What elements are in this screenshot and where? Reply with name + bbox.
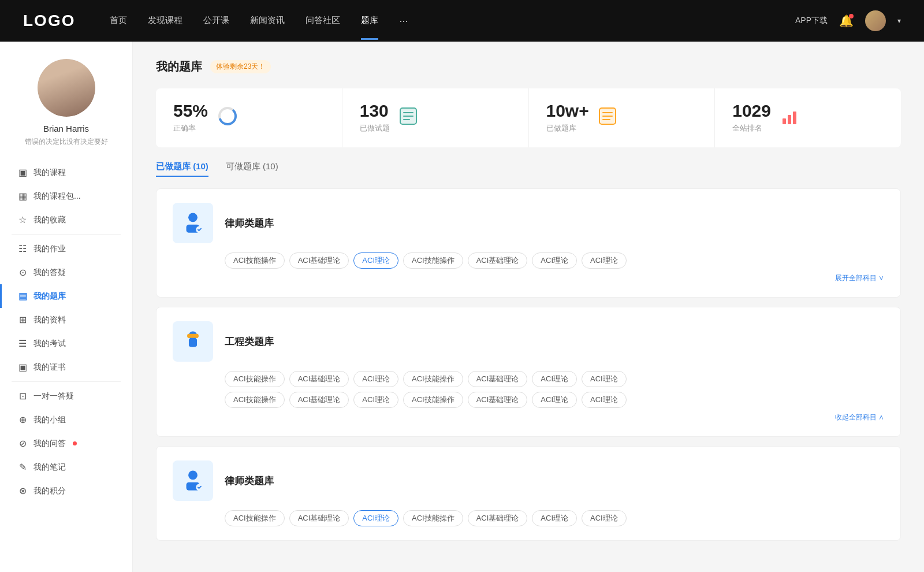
nav-home[interactable]: 首页 (110, 15, 127, 27)
main-content: 我的题库 体验剩余23天！ 55% 正确率 130 (133, 42, 924, 572)
qbank-title-lawyer-1: 律师类题库 (225, 217, 274, 230)
tab-available[interactable]: 可做题库 (10) (226, 161, 278, 177)
sidebar-avatar (38, 59, 95, 117)
eng-tag-r1-1[interactable]: ACI基础理论 (289, 371, 349, 387)
sidebar-item-my-group[interactable]: ⊕ 我的小组 (0, 408, 132, 432)
tag-5[interactable]: ACI理论 (532, 252, 577, 269)
eng-tag-r2-0[interactable]: ACI技能操作 (225, 392, 285, 408)
accuracy-icon (217, 106, 238, 131)
notification-bell[interactable]: 🔔 (839, 14, 854, 28)
svg-rect-21 (195, 334, 198, 338)
nav-qa[interactable]: 问答社区 (305, 15, 340, 27)
stats-row: 55% 正确率 130 已做试题 (156, 88, 901, 147)
accuracy-label: 正确率 (173, 123, 208, 133)
my-courses-icon: ▣ (17, 167, 28, 178)
nav-discover[interactable]: 发现课程 (148, 15, 182, 27)
sidebar-item-my-answers[interactable]: ⊘ 我的问答 (0, 432, 132, 455)
stat-ranking: 1029 全站排名 (715, 88, 901, 147)
my-points-icon: ⊗ (17, 485, 28, 496)
page-title-row: 我的题库 体验剩余23天！ (156, 59, 901, 75)
questions-done-label: 已做试题 (360, 123, 390, 133)
sidebar-username: Brian Harris (43, 124, 89, 133)
divider-2 (12, 381, 121, 382)
sidebar-item-my-packages[interactable]: ▦ 我的课程包... (0, 184, 132, 208)
l2-tag-5[interactable]: ACI理论 (532, 510, 577, 526)
app-download-button[interactable]: APP下载 (795, 16, 828, 26)
tag-2[interactable]: ACI理论 (353, 252, 398, 269)
svg-rect-13 (788, 115, 791, 124)
sidebar-item-my-favorites[interactable]: ☆ 我的收藏 (0, 208, 132, 232)
sidebar-item-my-exam[interactable]: ☰ 我的考试 (0, 332, 132, 355)
divider-1 (12, 234, 121, 235)
questions-done-icon (399, 107, 418, 129)
eng-tag-r2-4[interactable]: ACI基础理论 (468, 392, 528, 408)
nav-news[interactable]: 新闻资讯 (250, 15, 285, 27)
qbank-icon-lawyer-2 (173, 460, 213, 501)
eng-tag-r1-4[interactable]: ACI基础理论 (468, 371, 528, 387)
stat-banks-done: 10w+ 已做题库 (529, 88, 716, 147)
sidebar-item-my-qa[interactable]: ⊙ 我的答疑 (0, 261, 132, 284)
sidebar-item-my-notes[interactable]: ✎ 我的笔记 (0, 455, 132, 479)
eng-tag-r2-3[interactable]: ACI技能操作 (403, 392, 463, 408)
sidebar-item-my-certificate[interactable]: ▣ 我的证书 (0, 355, 132, 379)
nav-question-bank[interactable]: 题库 (361, 15, 378, 27)
eng-tag-r1-0[interactable]: ACI技能操作 (225, 371, 285, 387)
l2-tag-4[interactable]: ACI基础理论 (468, 510, 528, 526)
answers-notification-dot (73, 441, 77, 445)
l2-tag-2[interactable]: ACI理论 (353, 510, 398, 526)
sidebar-item-one-on-one[interactable]: ⊡ 一对一答疑 (0, 384, 132, 408)
collapse-engineer[interactable]: 收起全部科目 ∧ (173, 413, 884, 422)
page-body: Brian Harris 错误的决定比没有决定要好 ▣ 我的课程 ▦ 我的课程包… (0, 42, 924, 572)
qbank-tags-lawyer-2: ACI技能操作 ACI基础理论 ACI理论 ACI技能操作 ACI基础理论 AC… (173, 510, 884, 526)
tab-done[interactable]: 已做题库 (10) (156, 161, 208, 177)
l2-tag-3[interactable]: ACI技能操作 (403, 510, 463, 526)
my-exam-icon: ☰ (17, 338, 28, 349)
l2-tag-1[interactable]: ACI基础理论 (289, 510, 349, 526)
eng-tag-r2-5[interactable]: ACI理论 (532, 392, 577, 408)
eng-tag-r1-6[interactable]: ACI理论 (582, 371, 627, 387)
tag-6[interactable]: ACI理论 (582, 252, 627, 269)
sidebar-motto: 错误的决定比没有决定要好 (16, 137, 117, 147)
my-answers-icon: ⊘ (17, 438, 28, 449)
nav-right: APP下载 🔔 ▾ (795, 10, 901, 31)
l2-tag-0[interactable]: ACI技能操作 (225, 510, 285, 526)
sidebar-item-my-material[interactable]: ⊞ 我的资料 (0, 308, 132, 332)
navbar: LOGO 首页 发现课程 公开课 新闻资讯 问答社区 题库 ··· APP下载 … (0, 0, 924, 42)
my-notes-icon: ✎ (17, 462, 28, 473)
sidebar-item-my-courses[interactable]: ▣ 我的课程 (0, 161, 132, 184)
avatar[interactable] (865, 10, 886, 31)
stat-accuracy: 55% 正确率 (156, 88, 342, 147)
banks-done-label: 已做题库 (546, 123, 589, 133)
nav-more[interactable]: ··· (399, 15, 408, 27)
tag-0[interactable]: ACI技能操作 (225, 252, 285, 269)
sidebar-item-my-questions[interactable]: ▤ 我的题库 (0, 284, 132, 308)
eng-tag-r1-2[interactable]: ACI理论 (353, 371, 398, 387)
qbank-card-engineer: 工程类题库 ACI技能操作 ACI基础理论 ACI理论 ACI技能操作 ACI基… (156, 307, 901, 437)
eng-tag-r1-5[interactable]: ACI理论 (532, 371, 577, 387)
l2-tag-6[interactable]: ACI理论 (582, 510, 627, 526)
eng-tag-r1-3[interactable]: ACI技能操作 (403, 371, 463, 387)
tag-3[interactable]: ACI技能操作 (403, 252, 463, 269)
eng-tag-r2-6[interactable]: ACI理论 (582, 392, 627, 408)
sidebar-item-my-points[interactable]: ⊗ 我的积分 (0, 479, 132, 503)
svg-point-15 (188, 213, 198, 222)
ranking-label: 全站排名 (732, 123, 771, 133)
qbank-tags-lawyer-1: ACI技能操作 ACI基础理论 ACI理论 ACI技能操作 ACI基础理论 AC… (173, 252, 884, 269)
tag-1[interactable]: ACI基础理论 (289, 252, 349, 269)
svg-rect-20 (187, 334, 190, 338)
sidebar-item-my-homework[interactable]: ☷ 我的作业 (0, 237, 132, 261)
nav-open-course[interactable]: 公开课 (203, 15, 229, 27)
page-title: 我的题库 (156, 59, 202, 75)
eng-tag-r2-1[interactable]: ACI基础理论 (289, 392, 349, 408)
svg-rect-14 (793, 112, 796, 124)
logo: LOGO (23, 12, 75, 30)
expand-lawyer-1[interactable]: 展开全部科目 ∨ (173, 273, 884, 283)
eng-tag-r2-2[interactable]: ACI理论 (353, 392, 398, 408)
user-dropdown-arrow[interactable]: ▾ (897, 17, 901, 25)
tag-4[interactable]: ACI基础理论 (468, 252, 528, 269)
svg-point-22 (188, 470, 198, 480)
qbank-tags-engineer-row2: ACI技能操作 ACI基础理论 ACI理论 ACI技能操作 ACI基础理论 AC… (173, 392, 884, 408)
one-on-one-icon: ⊡ (17, 391, 28, 402)
qbank-icon-lawyer-1 (173, 203, 213, 243)
qbank-title-engineer: 工程类题库 (225, 335, 274, 348)
